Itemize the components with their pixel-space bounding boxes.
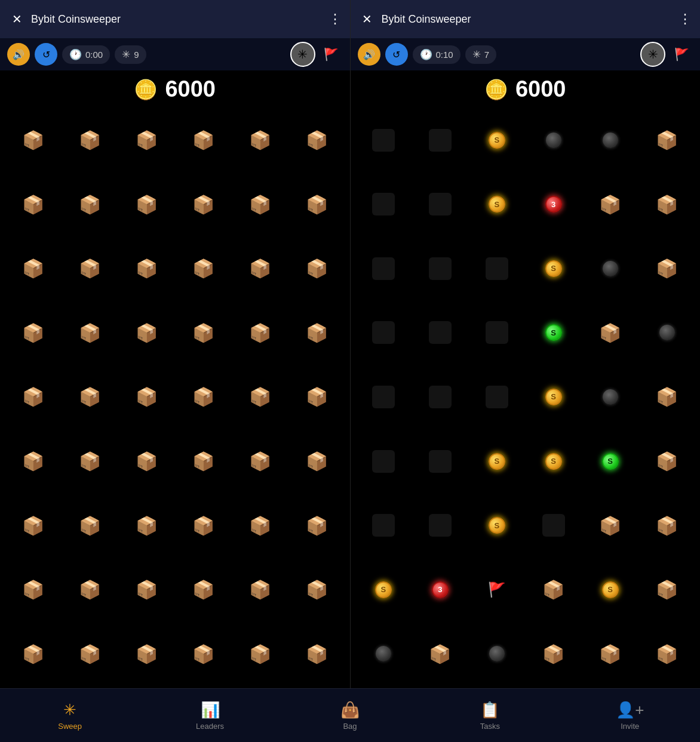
right-cell-4-2[interactable] — [469, 366, 524, 428]
right-cell-1-5[interactable]: 📦 — [640, 174, 694, 236]
left-cell-15[interactable]: 📦 — [176, 238, 231, 300]
right-cell-6-0[interactable] — [357, 494, 411, 556]
right-cell-8-2[interactable] — [469, 623, 524, 685]
right-cell-5-5[interactable]: 📦 — [640, 430, 694, 492]
left-cell-32[interactable]: 📦 — [119, 430, 174, 492]
left-cell-41[interactable]: 📦 — [290, 494, 344, 556]
left-cell-42[interactable]: 📦 — [6, 559, 60, 621]
nav-tasks[interactable]: 📋 Tasks — [466, 701, 514, 731]
nav-leaders[interactable]: 📊 Leaders — [186, 701, 234, 731]
left-cell-12[interactable]: 📦 — [6, 238, 60, 300]
right-cell-6-1[interactable] — [413, 494, 467, 556]
left-cell-9[interactable]: 📦 — [176, 174, 231, 236]
right-cell-6-2[interactable]: S — [469, 494, 524, 556]
right-cell-2-3[interactable]: S — [526, 238, 581, 300]
left-cell-52[interactable]: 📦 — [233, 623, 287, 685]
left-more-button[interactable]: ⋮ — [328, 11, 342, 27]
left-cell-17[interactable]: 📦 — [290, 238, 344, 300]
right-cell-8-0[interactable] — [357, 623, 411, 685]
right-cell-1-2[interactable]: S — [469, 174, 524, 236]
left-cell-11[interactable]: 📦 — [290, 174, 344, 236]
right-refresh-button[interactable]: ↺ — [385, 43, 408, 66]
left-refresh-button[interactable]: ↺ — [35, 43, 57, 66]
right-cell-8-1[interactable]: 📦 — [413, 623, 467, 685]
left-cell-46[interactable]: 📦 — [233, 559, 287, 621]
right-cell-5-4[interactable]: S — [583, 430, 637, 492]
left-cell-24[interactable]: 📦 — [6, 366, 60, 428]
right-cell-1-1[interactable] — [413, 174, 467, 236]
nav-invite[interactable]: 👤+ Invite — [606, 701, 654, 731]
right-cell-2-2[interactable] — [469, 238, 524, 300]
right-cell-2-1[interactable] — [413, 238, 467, 300]
right-cell-6-5[interactable]: 📦 — [640, 494, 694, 556]
left-cell-27[interactable]: 📦 — [176, 366, 231, 428]
right-cell-8-5[interactable]: 📦 — [640, 623, 694, 685]
right-cell-3-0[interactable] — [357, 302, 411, 364]
right-cell-3-4[interactable]: 📦 — [583, 302, 637, 364]
right-cell-2-0[interactable] — [357, 238, 411, 300]
left-cell-47[interactable]: 📦 — [290, 559, 344, 621]
right-cell-2-4[interactable] — [583, 238, 637, 300]
right-cell-1-3[interactable]: 3 — [526, 174, 581, 236]
right-cell-2-5[interactable]: 📦 — [640, 238, 694, 300]
left-cell-48[interactable]: 📦 — [6, 623, 60, 685]
right-cell-4-5[interactable]: 📦 — [640, 366, 694, 428]
left-cell-10[interactable]: 📦 — [233, 174, 287, 236]
right-mine-toggle[interactable]: ✳ — [640, 42, 665, 67]
left-cell-5[interactable]: 📦 — [290, 109, 344, 171]
left-cell-30[interactable]: 📦 — [6, 430, 60, 492]
nav-bag[interactable]: 👜 Bag — [326, 701, 374, 731]
left-sound-button[interactable]: 🔊 — [7, 43, 30, 66]
left-cell-23[interactable]: 📦 — [290, 302, 344, 364]
left-close-button[interactable]: ✕ — [8, 11, 25, 27]
left-cell-36[interactable]: 📦 — [6, 494, 60, 556]
right-cell-7-2[interactable]: 🚩 — [469, 559, 524, 621]
right-cell-4-4[interactable] — [583, 366, 637, 428]
right-cell-5-0[interactable] — [357, 430, 411, 492]
left-cell-37[interactable]: 📦 — [63, 494, 117, 556]
left-cell-4[interactable]: 📦 — [233, 109, 287, 171]
right-cell-4-1[interactable] — [413, 366, 467, 428]
right-cell-0-4[interactable] — [583, 109, 637, 171]
left-mine-toggle[interactable]: ✳ — [290, 42, 315, 67]
right-cell-7-0[interactable]: S — [357, 559, 411, 621]
right-cell-0-5[interactable]: 📦 — [640, 109, 694, 171]
left-cell-43[interactable]: 📦 — [63, 559, 117, 621]
right-cell-0-2[interactable]: S — [469, 109, 524, 171]
left-cell-29[interactable]: 📦 — [290, 366, 344, 428]
left-cell-6[interactable]: 📦 — [6, 174, 60, 236]
left-cell-44[interactable]: 📦 — [119, 559, 174, 621]
left-flag-button[interactable]: 🚩 — [320, 43, 343, 66]
right-cell-6-4[interactable]: 📦 — [583, 494, 637, 556]
left-cell-16[interactable]: 📦 — [233, 238, 287, 300]
right-cell-7-5[interactable]: 📦 — [640, 559, 694, 621]
right-cell-1-4[interactable]: 📦 — [583, 174, 637, 236]
right-cell-4-3[interactable]: S — [526, 366, 581, 428]
left-cell-25[interactable]: 📦 — [63, 366, 117, 428]
left-cell-13[interactable]: 📦 — [63, 238, 117, 300]
left-cell-20[interactable]: 📦 — [119, 302, 174, 364]
left-cell-26[interactable]: 📦 — [119, 366, 174, 428]
right-cell-3-2[interactable] — [469, 302, 524, 364]
right-more-button[interactable]: ⋮ — [678, 11, 692, 27]
left-cell-1[interactable]: 📦 — [63, 109, 117, 171]
right-cell-0-3[interactable] — [526, 109, 581, 171]
right-cell-3-1[interactable] — [413, 302, 467, 364]
nav-sweep[interactable]: ✳ Sweep — [46, 701, 94, 731]
left-cell-21[interactable]: 📦 — [176, 302, 231, 364]
right-cell-8-4[interactable]: 📦 — [583, 623, 637, 685]
right-cell-0-0[interactable] — [357, 109, 411, 171]
left-cell-50[interactable]: 📦 — [119, 623, 174, 685]
right-cell-5-2[interactable]: S — [469, 430, 524, 492]
right-sound-button[interactable]: 🔊 — [358, 43, 380, 66]
left-cell-39[interactable]: 📦 — [176, 494, 231, 556]
left-cell-3[interactable]: 📦 — [176, 109, 231, 171]
right-cell-6-3[interactable] — [526, 494, 581, 556]
left-cell-33[interactable]: 📦 — [176, 430, 231, 492]
left-cell-14[interactable]: 📦 — [119, 238, 174, 300]
left-cell-51[interactable]: 📦 — [176, 623, 231, 685]
right-cell-3-5[interactable] — [640, 302, 694, 364]
left-cell-18[interactable]: 📦 — [6, 302, 60, 364]
right-cell-5-1[interactable] — [413, 430, 467, 492]
left-cell-28[interactable]: 📦 — [233, 366, 287, 428]
